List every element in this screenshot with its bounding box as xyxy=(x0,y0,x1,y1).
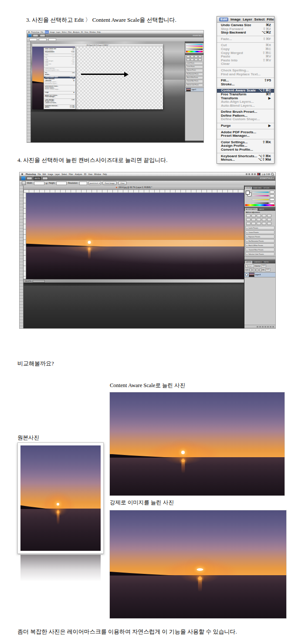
menu-item[interactable]: Stroke... xyxy=(44,74,75,76)
bluetooth-icon[interactable] xyxy=(248,173,250,175)
menu-item[interactable] xyxy=(44,91,75,91)
menu-item[interactable]: Preset Manager... xyxy=(217,134,274,138)
arrange-tools-group[interactable] xyxy=(42,177,48,180)
adjustment-icon[interactable] xyxy=(251,218,256,221)
menu-item[interactable] xyxy=(217,139,274,139)
adjustment-icon[interactable] xyxy=(246,214,251,217)
menubar-item[interactable]: Layer xyxy=(55,173,60,176)
menu-item[interactable] xyxy=(44,76,75,76)
add-mask-icon[interactable] xyxy=(262,326,264,328)
adjustment-icon[interactable] xyxy=(198,55,202,58)
menu-item[interactable]: Stroke... xyxy=(217,83,274,87)
new-layer-icon[interactable] xyxy=(270,326,271,328)
blend-mode-select[interactable]: Normal▾ xyxy=(245,264,254,268)
apple-icon[interactable] xyxy=(21,173,23,175)
option-field[interactable] xyxy=(39,38,47,41)
menu-item[interactable]: Auto-Blend Layers... xyxy=(44,83,75,85)
yellow-value-box[interactable] xyxy=(270,198,274,201)
menu-item[interactable] xyxy=(217,129,274,129)
preset-row[interactable]: ▶Exposure Presets xyxy=(245,235,274,239)
delete-layer-icon[interactable] xyxy=(272,326,274,328)
spotlight-icon[interactable] xyxy=(271,173,274,175)
menu-item[interactable] xyxy=(217,42,274,43)
black-slider[interactable] xyxy=(252,202,269,204)
adjustment-icon[interactable] xyxy=(194,55,198,58)
menubar-item[interactable]: Filte xyxy=(267,18,274,21)
adjustment-icon[interactable] xyxy=(186,58,190,61)
adjustment-icon[interactable] xyxy=(257,222,261,225)
menu-item[interactable]: Clear xyxy=(217,62,274,66)
adjustment-icon[interactable] xyxy=(190,58,194,61)
black-slider[interactable] xyxy=(186,49,203,50)
clear-button[interactable]: Clear xyxy=(118,181,127,185)
menu-item[interactable] xyxy=(217,123,274,123)
menubar-item[interactable]: Image xyxy=(48,173,54,176)
menu-item[interactable] xyxy=(217,109,274,109)
menu-item[interactable]: Clear xyxy=(44,65,75,67)
magenta-slider[interactable] xyxy=(252,195,269,196)
workspace-switcher[interactable]: ESSENTIALS ▾ xyxy=(260,177,274,179)
preset-row[interactable]: ▶Selective Color Presets xyxy=(245,252,274,256)
preset-row[interactable]: ▶Black & White Presets xyxy=(245,243,274,247)
magenta-slider[interactable] xyxy=(186,46,203,47)
preset-row[interactable]: Channel Mixer Presets xyxy=(186,80,203,83)
menubar-item[interactable]: Filter xyxy=(68,30,72,34)
adjustment-icon[interactable] xyxy=(190,55,194,58)
menu-item[interactable]: Define Custom Shape... xyxy=(44,89,75,91)
menubar-item[interactable]: Layer xyxy=(56,30,61,34)
yellow-slider[interactable] xyxy=(186,47,203,48)
menu-item[interactable]: Menus...⌥⇧⌘M xyxy=(44,107,75,108)
menu-item[interactable] xyxy=(44,67,75,67)
panel-tab[interactable]: SWATCHES xyxy=(252,187,262,189)
preset-row[interactable]: Levels Presets xyxy=(186,62,203,65)
adjustment-icon[interactable] xyxy=(194,58,198,61)
panel-tab[interactable]: COLOR xyxy=(245,187,252,189)
menubar-item[interactable]: Photoshop xyxy=(31,30,39,34)
layer-row[interactable]: Layer 0 xyxy=(244,272,275,277)
menubar-item[interactable]: Select xyxy=(61,173,67,176)
menubar-item[interactable]: Analysis xyxy=(73,30,80,34)
zoom-readout[interactable]: 66.67% xyxy=(25,280,31,282)
front-image-button[interactable]: Front Image xyxy=(102,181,117,185)
menubar-item[interactable]: Help xyxy=(103,173,107,176)
menu-item[interactable]: Convert to Profile... xyxy=(44,102,75,104)
menu-item[interactable]: Preset Manager... xyxy=(44,96,75,98)
adjustment-icon[interactable] xyxy=(267,218,271,221)
black-value-box[interactable] xyxy=(270,202,274,205)
menu-item[interactable] xyxy=(44,85,75,85)
sync-status-icon[interactable] xyxy=(246,173,247,175)
menubar-item[interactable]: 3D xyxy=(81,30,83,34)
wifi-icon[interactable] xyxy=(251,173,253,175)
menubar-item[interactable]: Edit xyxy=(45,30,49,34)
menubar-item[interactable]: Image xyxy=(230,18,241,21)
menubar-item[interactable]: Image xyxy=(50,30,55,34)
workspace-switcher[interactable]: ESSENTIALS xyxy=(193,35,202,37)
panel-tab[interactable]: MASKS xyxy=(258,208,265,211)
fill-value[interactable]: 100% xyxy=(265,268,271,271)
menubar-item[interactable]: Window xyxy=(89,30,95,34)
lock-pixels-icon[interactable] xyxy=(253,269,255,271)
menu-item[interactable] xyxy=(217,88,274,88)
lock-all-icon[interactable] xyxy=(259,269,262,271)
menu-item[interactable]: Fade...⇧⌘F xyxy=(44,54,75,56)
preset-row[interactable]: Curves Presets xyxy=(186,65,203,68)
resolution-unit-select[interactable]: pixels/inch▾ xyxy=(88,181,102,185)
adjustment-icon[interactable] xyxy=(257,218,261,221)
zoom-level[interactable]: 66.7% xyxy=(34,177,41,180)
menu-item[interactable]: Define Custom Shape... xyxy=(217,118,274,121)
link-layers-icon[interactable] xyxy=(257,326,258,328)
preset-row[interactable]: Exposure Presets xyxy=(186,69,203,72)
adjustment-icon[interactable] xyxy=(267,222,271,225)
tools-palette[interactable] xyxy=(20,185,24,328)
fg-bg-swatches[interactable] xyxy=(245,190,251,203)
menubar-item[interactable]: 3D xyxy=(84,173,87,176)
menu-item[interactable] xyxy=(217,36,274,36)
lock-transparency-icon[interactable] xyxy=(249,269,252,271)
preset-row[interactable]: ▶Channel Mixer Presets xyxy=(245,248,274,252)
adjustment-icon[interactable] xyxy=(251,214,256,217)
menubar-item[interactable]: View xyxy=(88,173,92,176)
menu-item[interactable]: Auto-Blend Layers... xyxy=(217,104,274,108)
layer-style-icon[interactable] xyxy=(259,326,261,328)
panel-tab[interactable]: ADJUSTMENTS xyxy=(245,208,258,211)
menubar-item[interactable]: Photoshop xyxy=(26,173,36,176)
